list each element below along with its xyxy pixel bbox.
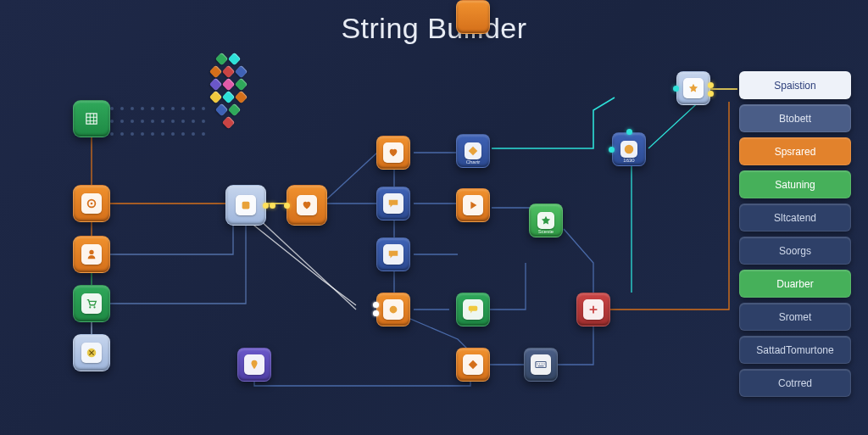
node-hub-heart[interactable] — [287, 185, 327, 226]
output-item-5[interactable]: Soorgs — [739, 237, 851, 265]
node-chartr[interactable]: Chartr — [456, 134, 490, 168]
cart-icon — [86, 298, 97, 310]
node-speech[interactable] — [456, 293, 490, 326]
output-item-2[interactable]: Spsrared — [739, 137, 851, 165]
star-icon — [687, 82, 699, 94]
node-input-cart[interactable] — [73, 285, 110, 322]
output-item-1[interactable]: Btobett — [739, 104, 851, 132]
chat-icon — [387, 198, 399, 209]
output-item-label: Sromet — [779, 311, 812, 323]
output-type-list: SpaistionBtobettSpsraredSatuningSltcaten… — [739, 71, 851, 397]
badge-icon — [387, 304, 399, 315]
svg-point-8 — [390, 306, 398, 314]
svg-point-2 — [91, 203, 93, 205]
node-keyboard[interactable] — [524, 348, 558, 382]
output-item-8[interactable]: SattadTomurtone — [739, 336, 851, 364]
output-item-label: Satuning — [775, 179, 815, 191]
node-star-output[interactable] — [676, 71, 710, 105]
node-mid-play-wrapper[interactable] — [456, 0, 490, 34]
output-item-label: Sltcatend — [774, 212, 816, 224]
node-label: Sceste — [530, 229, 562, 234]
output-item-9[interactable]: Cotrred — [739, 369, 851, 397]
play-icon — [467, 199, 479, 211]
target-icon — [86, 198, 97, 209]
plus-icon — [587, 304, 599, 315]
node-mid-chat[interactable] — [376, 187, 410, 220]
speech-icon — [467, 304, 479, 315]
svg-rect-7 — [242, 202, 250, 209]
node-grid-source[interactable] — [73, 100, 110, 137]
paint-icon — [240, 199, 252, 211]
node-error[interactable] — [576, 293, 610, 326]
node-pin[interactable] — [237, 348, 271, 382]
svg-point-4 — [89, 306, 91, 308]
keyboard-icon — [535, 359, 547, 371]
node-info[interactable]: 1630 — [612, 132, 646, 166]
diamond-icon — [467, 359, 479, 371]
node-mid-badge[interactable] — [376, 293, 410, 326]
svg-point-3 — [89, 250, 93, 254]
node-input-person[interactable] — [73, 236, 110, 273]
connection-layer — [0, 0, 868, 435]
diamond-icon — [467, 145, 479, 157]
output-item-label: Cotrred — [778, 377, 812, 389]
node-mid-diamond[interactable] — [456, 348, 490, 382]
heart-icon — [387, 147, 399, 159]
output-item-label: Soorgs — [779, 245, 811, 257]
svg-rect-0 — [86, 114, 97, 124]
heart-icon — [301, 199, 313, 211]
output-item-label: Spsrared — [775, 146, 816, 158]
output-item-7[interactable]: Sromet — [739, 303, 851, 331]
output-item-3[interactable]: Satuning — [739, 170, 851, 198]
output-item-0[interactable]: Spaistion — [739, 71, 851, 99]
grid-icon — [86, 113, 97, 125]
output-item-6[interactable]: Duarber — [739, 270, 851, 298]
svg-point-5 — [93, 306, 95, 308]
output-item-4[interactable]: Sltcatend — [739, 204, 851, 231]
chat-icon — [387, 248, 399, 260]
dotted-trail-decoration — [110, 107, 209, 142]
node-label: Chartr — [457, 159, 489, 165]
info-icon — [623, 143, 635, 155]
node-input-target[interactable] — [73, 185, 110, 222]
svg-rect-10 — [536, 362, 546, 368]
pin-icon — [248, 359, 260, 371]
cross-icon — [86, 347, 97, 359]
node-mid-heart[interactable] — [376, 136, 410, 170]
node-graph-canvas[interactable]: String Buillder — [0, 0, 868, 435]
node-input-cross[interactable] — [73, 334, 110, 371]
page-title: String Buillder — [341, 12, 526, 45]
output-item-label: Spaistion — [774, 80, 815, 92]
output-item-label: Duarber — [776, 278, 813, 290]
node-mid-chat-2[interactable] — [376, 237, 410, 271]
person-icon — [86, 248, 97, 260]
star-icon — [540, 215, 552, 226]
node-label: 1630 — [613, 158, 645, 163]
svg-rect-9 — [469, 306, 478, 311]
svg-point-11 — [625, 145, 634, 154]
node-mid-play[interactable] — [456, 188, 490, 222]
node-state[interactable]: Sceste — [529, 204, 563, 237]
output-item-label: Btobett — [779, 113, 811, 125]
node-hub-pale[interactable] — [225, 185, 266, 226]
output-item-label: SattadTomurtone — [756, 344, 833, 356]
